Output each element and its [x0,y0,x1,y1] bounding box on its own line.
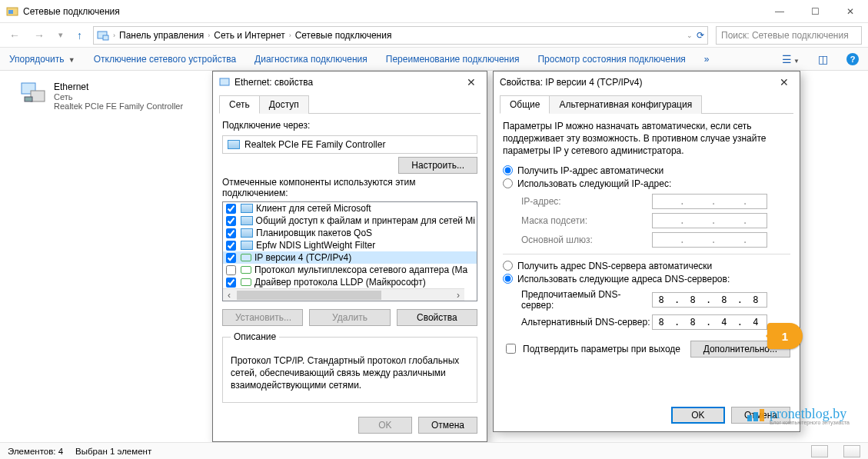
dialog1-close-button[interactable]: ✕ [462,76,481,88]
disable-device-button[interactable]: Отключение сетевого устройства [94,54,236,65]
uninstall-button: Удалить [309,309,390,326]
svg-rect-6 [25,97,32,101]
maximize-button[interactable]: ☐ [797,0,833,23]
nav-forward-button: → [31,28,48,43]
dialog2-title: Свойства: IP версии 4 (TCP/IPv4) [500,77,775,88]
annotation-marker-1: 1 [767,323,803,349]
subnet-mask-label: Маска подсети: [521,215,652,226]
address-bar[interactable]: › Панель управления › Сеть и Интернет › … [93,26,708,45]
ip-auto-radio[interactable] [503,165,513,175]
ipv4-intro-text: Параметры IP можно назначать автоматичес… [503,120,790,158]
status-selection: Выбран 1 элемент [75,447,151,456]
network-icon [97,29,109,42]
tab-general[interactable]: Общие [500,95,550,114]
dns1-input[interactable] [652,292,767,308]
organize-menu[interactable]: Упорядочить ▼ [9,54,75,65]
svg-rect-7 [220,78,229,85]
ip-manual-radio[interactable] [503,178,513,188]
adapter-icon [219,77,230,88]
connection-device: Realtek PCIe FE Family Controller [54,101,183,111]
window-title: Сетевые подключения [23,6,762,17]
svg-rect-1 [8,10,13,14]
status-button[interactable]: Просмотр состояния подключения [537,54,685,65]
validate-checkbox[interactable] [506,344,516,354]
component-checkbox[interactable] [226,265,236,275]
description-text: Протокол TCP/IP. Стандартный протокол гл… [231,354,469,392]
configure-button[interactable]: Настроить... [398,157,477,174]
validate-label: Подтвердить параметры при выходе [523,344,680,354]
crumb-root[interactable]: Панель управления [119,30,204,41]
component-checkbox[interactable] [226,278,236,288]
adapter-mini-icon [228,140,240,149]
properties-button[interactable]: Свойства [397,309,477,326]
gateway-input [652,232,767,248]
install-button[interactable]: Установить... [222,309,303,326]
tiles-view-button[interactable] [843,445,860,457]
diagnose-button[interactable]: Диагностика подключения [254,54,367,65]
component-checkbox[interactable] [226,253,236,263]
dns2-input[interactable] [652,314,767,330]
connect-using-label: Подключение через: [222,120,477,131]
dialog2-close-button[interactable]: ✕ [775,76,793,88]
minimize-button[interactable]: — [762,0,797,23]
tab-sharing[interactable]: Доступ [259,95,309,114]
nav-up-button[interactable]: ↑ [74,28,85,43]
component-checkbox[interactable] [226,228,236,238]
ipv4-properties-dialog: Свойства: IP версии 4 (TCP/IPv4) ✕ Общие… [493,71,800,432]
refresh-icon[interactable]: ⟳ [697,30,704,41]
dialog2-titlebar[interactable]: Свойства: IP версии 4 (TCP/IPv4) ✕ [494,72,800,93]
search-input[interactable]: Поиск: Сетевые подключения [716,26,862,45]
svg-rect-3 [103,35,108,40]
watermark-logo: pronetblog.by Блог компьютерного энтузиа… [747,407,850,425]
command-bar: Упорядочить ▼ Отключение сетевого устрой… [0,48,868,71]
ip-address-label: IP-адрес: [521,196,652,207]
window-titlebar: Сетевые подключения — ☐ ✕ [0,0,868,23]
ip-address-input [652,194,767,209]
nav-recent-button[interactable]: ▾ [55,28,66,42]
tab-alternate[interactable]: Альтернативная конфигурация [549,95,702,114]
dns-auto-radio[interactable] [503,261,513,271]
list-horizontal-scrollbar[interactable]: ‹› [223,288,464,301]
component-checkbox[interactable] [226,241,236,251]
components-label: Отмеченные компоненты используются этим … [222,177,477,198]
status-bar: Элементов: 4 Выбран 1 элемент [0,442,868,459]
nav-back-button[interactable]: ← [6,28,23,43]
toolbar-overflow[interactable]: » [704,54,710,65]
svg-rect-5 [31,91,45,101]
network-folder-icon [6,5,18,18]
view-options-button[interactable]: ☰▼ [782,53,800,65]
dialog1-titlebar[interactable]: Ethernet: свойства ✕ [213,72,487,93]
gateway-label: Основной шлюз: [521,234,652,245]
address-dropdown-icon[interactable]: ⌄ [687,32,693,39]
dns2-label: Альтернативный DNS-сервер: [521,317,652,328]
ethernet-properties-dialog: Ethernet: свойства ✕ Сеть Доступ Подключ… [212,71,487,442]
dialog2-ok-button[interactable]: OK [671,407,725,424]
nav-row: ← → ▾ ↑ › Панель управления › Сеть и Инт… [0,23,868,48]
ethernet-adapter-icon [20,81,48,106]
status-count: Элементов: 4 [8,447,63,456]
dns-manual-radio[interactable] [503,274,513,284]
adapter-field: Realtek PCIe FE Family Controller [222,135,477,154]
connection-network: Сеть [54,92,183,101]
content-area: Ethernet Сеть Realtek PCIe FE Family Con… [0,71,868,445]
preview-pane-button[interactable]: ◫ [818,53,828,65]
component-checkbox[interactable] [226,204,236,214]
help-icon[interactable]: ? [846,53,859,65]
connection-name: Ethernet [54,81,183,92]
connection-item[interactable]: Ethernet Сеть Realtek PCIe FE Family Con… [17,78,209,114]
close-button[interactable]: ✕ [833,0,868,23]
tab-network[interactable]: Сеть [219,95,260,114]
dialog1-ok-button: OK [358,417,412,434]
component-checkbox[interactable] [226,216,236,226]
description-legend: Описание [231,331,279,342]
details-view-button[interactable] [811,445,828,457]
dialog1-title: Ethernet: свойства [234,77,462,88]
dialog1-cancel-button[interactable]: Отмена [418,417,477,434]
crumb-net[interactable]: Сеть и Интернет [214,30,284,41]
crumb-leaf[interactable]: Сетевые подключения [295,30,392,41]
components-list[interactable]: Клиент для сетей Microsoft Общий доступ … [222,201,477,301]
rename-button[interactable]: Переименование подключения [386,54,520,65]
dns1-label: Предпочитаемый DNS-сервер: [521,289,652,311]
